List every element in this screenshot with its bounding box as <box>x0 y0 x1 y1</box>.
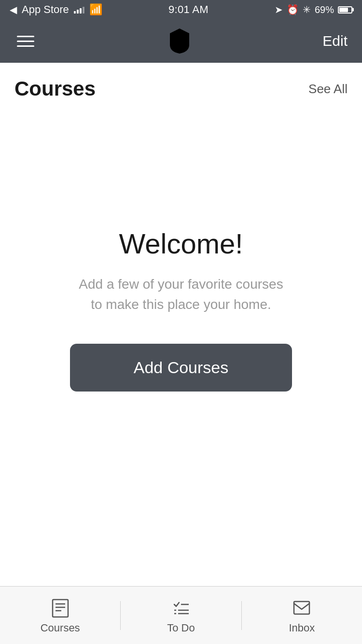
inbox-icon <box>291 597 312 618</box>
svg-rect-9 <box>294 602 309 614</box>
status-bar-right: ➤ ⏰ ✳ 69% <box>275 4 352 15</box>
nav-bar: Edit <box>0 19 362 63</box>
hamburger-menu-button[interactable] <box>14 33 37 49</box>
todo-tab-label: To Do <box>167 622 195 634</box>
carrier-label: App Store <box>22 3 69 16</box>
courses-tab-label: Courses <box>41 622 80 634</box>
status-bar-left: ◀ App Store 📶 <box>10 3 102 16</box>
add-courses-button[interactable]: Add Courses <box>70 344 292 392</box>
battery-percent: 69% <box>315 4 334 15</box>
tab-todo[interactable]: To Do <box>121 592 241 639</box>
app-logo <box>168 28 191 55</box>
battery-icon <box>338 6 352 14</box>
tab-inbox[interactable]: Inbox <box>242 592 362 639</box>
see-all-button[interactable]: See All <box>308 82 348 97</box>
page-header: Courses See All <box>0 63 362 110</box>
welcome-subtitle: Add a few of your favorite courses to ma… <box>75 274 287 315</box>
todo-icon <box>170 597 192 618</box>
edit-button[interactable]: Edit <box>322 33 348 49</box>
back-arrow-icon: ◀ <box>10 4 17 15</box>
signal-bars-icon <box>74 6 84 14</box>
welcome-title: Welcome! <box>119 227 243 260</box>
svg-rect-0 <box>53 600 68 617</box>
alarm-icon: ⏰ <box>287 4 299 15</box>
main-content: Courses See All Welcome! Add a few of yo… <box>0 63 362 586</box>
courses-icon <box>50 597 71 618</box>
wifi-icon: 📶 <box>89 3 102 16</box>
status-bar-time: 9:01 AM <box>168 3 209 16</box>
inbox-tab-label: Inbox <box>289 622 315 634</box>
location-icon: ➤ <box>275 4 283 15</box>
tab-courses[interactable]: Courses <box>0 592 120 639</box>
status-bar: ◀ App Store 📶 9:01 AM ➤ ⏰ ✳ 69% <box>0 0 362 19</box>
page-title: Courses <box>14 77 96 100</box>
bluetooth-icon: ✳ <box>303 4 311 15</box>
tab-bar: Courses To Do Inbox <box>0 586 362 644</box>
welcome-section: Welcome! Add a few of your favorite cour… <box>0 110 362 586</box>
